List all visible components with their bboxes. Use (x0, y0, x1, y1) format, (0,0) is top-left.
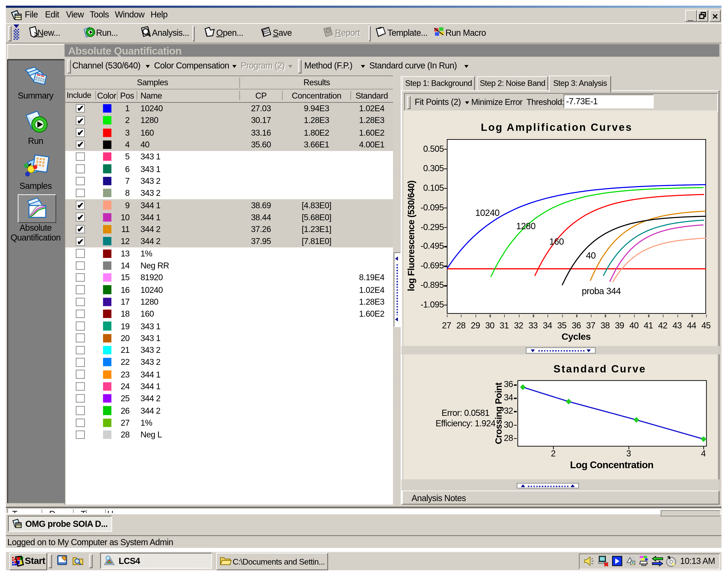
svg-text:proba 344: proba 344 (581, 286, 621, 296)
svg-text:1280: 1280 (516, 221, 535, 231)
svg-text:40: 40 (586, 251, 595, 261)
svg-text:160: 160 (549, 237, 564, 247)
svg-text:10240: 10240 (475, 208, 499, 218)
